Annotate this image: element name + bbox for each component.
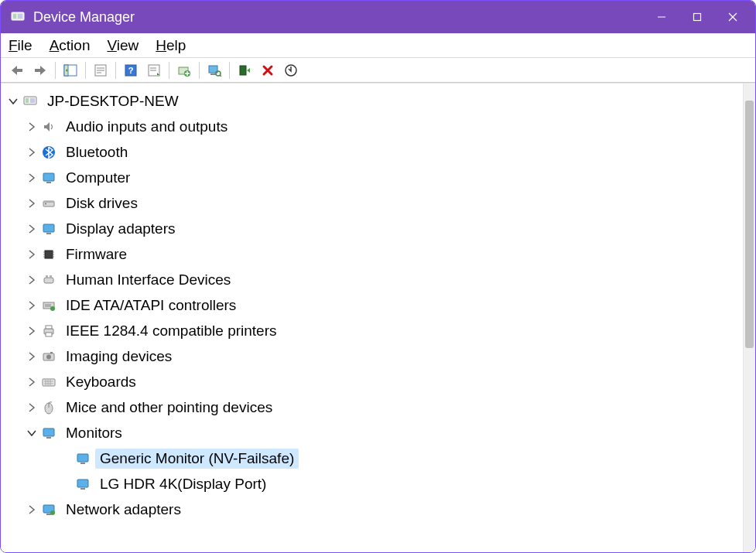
vertical-scrollbar[interactable] bbox=[743, 84, 755, 552]
toolbar-separator bbox=[85, 62, 86, 79]
tree-category[interactable]: IDE ATA/ATAPI controllers bbox=[1, 292, 743, 318]
nav-forward-button[interactable] bbox=[29, 60, 52, 80]
chip-icon bbox=[41, 247, 56, 262]
keyboard-icon bbox=[41, 374, 56, 390]
tree-category-label: Keyboards bbox=[64, 372, 138, 392]
tree-category[interactable]: Imaging devices bbox=[1, 343, 743, 369]
tree-device-label: LG HDR 4K(Display Port) bbox=[98, 474, 268, 494]
tree-category-label: Computer bbox=[64, 168, 132, 188]
help-button[interactable]: ? bbox=[119, 60, 142, 80]
chevron-right-icon[interactable] bbox=[26, 172, 38, 184]
disable-device-button[interactable] bbox=[279, 60, 303, 80]
minimize-button[interactable] bbox=[644, 2, 679, 32]
app-icon bbox=[10, 9, 26, 25]
menu-action[interactable]: Action bbox=[50, 37, 91, 54]
tree-category-label: Imaging devices bbox=[64, 346, 173, 367]
properties-button[interactable] bbox=[89, 60, 112, 80]
tree-category[interactable]: Display adapters bbox=[1, 216, 743, 241]
menu-view[interactable]: View bbox=[107, 37, 139, 54]
chevron-right-icon[interactable] bbox=[26, 299, 38, 312]
window-title: Device Manager bbox=[33, 9, 135, 26]
tree-category[interactable]: Human Interface Devices bbox=[1, 267, 743, 292]
action-button[interactable] bbox=[142, 60, 166, 80]
printer-icon bbox=[41, 323, 56, 339]
chevron-right-icon[interactable] bbox=[26, 223, 38, 235]
disk-icon bbox=[41, 196, 56, 211]
tree-container: JP-DESKTOP-NEW Audio inputs and outputs … bbox=[1, 83, 755, 552]
tree-device-label: Generic Monitor (NV-Failsafe) bbox=[95, 449, 299, 469]
titlebar: Device Manager bbox=[1, 1, 755, 33]
chevron-right-icon[interactable] bbox=[26, 325, 38, 337]
uninstall-device-button[interactable] bbox=[256, 60, 279, 80]
tree-category-label: Audio inputs and outputs bbox=[64, 117, 229, 137]
tree-category-label: Firmware bbox=[64, 244, 128, 265]
chevron-right-icon[interactable] bbox=[26, 248, 38, 261]
chevron-right-icon[interactable] bbox=[26, 274, 38, 286]
scroll-thumb[interactable] bbox=[745, 101, 754, 348]
computer-icon bbox=[22, 94, 38, 109]
svg-rect-7 bbox=[16, 69, 22, 72]
toolbar-separator bbox=[55, 62, 56, 79]
svg-line-25 bbox=[220, 75, 221, 77]
toolbar-separator bbox=[229, 62, 230, 79]
show-hide-tree-button[interactable] bbox=[59, 60, 82, 80]
tree-device[interactable]: LG HDR 4K(Display Port) bbox=[1, 471, 743, 497]
monitor-icon bbox=[41, 170, 56, 186]
svg-rect-2 bbox=[18, 14, 22, 19]
tree-root[interactable]: JP-DESKTOP-NEW bbox=[1, 88, 743, 114]
tree-root-label: JP-DESKTOP-NEW bbox=[46, 91, 180, 111]
monitor-icon bbox=[41, 425, 56, 441]
update-driver-button[interactable] bbox=[173, 60, 196, 80]
svg-text:?: ? bbox=[128, 66, 134, 75]
nav-back-button[interactable] bbox=[5, 60, 29, 80]
chevron-right-icon[interactable] bbox=[26, 350, 38, 363]
camera-icon bbox=[41, 349, 56, 364]
chevron-right-icon[interactable] bbox=[26, 146, 38, 159]
tree-category[interactable]: Network adapters bbox=[1, 497, 743, 522]
menu-file[interactable]: File bbox=[9, 37, 32, 54]
device-manager-window: Device Manager File Action View Help bbox=[0, 0, 756, 553]
monitor-icon bbox=[41, 221, 56, 237]
tree-category[interactable]: Firmware bbox=[1, 241, 743, 267]
toolbar-separator bbox=[169, 62, 169, 79]
chevron-right-icon[interactable] bbox=[26, 504, 38, 516]
tree-device[interactable]: Generic Monitor (NV-Failsafe) bbox=[1, 445, 743, 471]
menu-help[interactable]: Help bbox=[156, 37, 186, 54]
tree-category[interactable]: Audio inputs and outputs bbox=[1, 114, 743, 139]
monitor-icon bbox=[75, 451, 91, 466]
tree-category[interactable]: Computer bbox=[1, 165, 743, 190]
chevron-right-icon[interactable] bbox=[26, 376, 38, 388]
tree-category-label: Disk drives bbox=[64, 193, 139, 213]
enable-device-button[interactable] bbox=[233, 60, 256, 80]
chevron-right-icon[interactable] bbox=[26, 401, 38, 414]
toolbar-separator bbox=[199, 62, 200, 79]
chevron-right-icon[interactable] bbox=[26, 197, 38, 210]
svg-rect-4 bbox=[694, 14, 701, 21]
svg-rect-23 bbox=[210, 73, 216, 75]
device-tree[interactable]: JP-DESKTOP-NEW Audio inputs and outputs … bbox=[1, 84, 743, 552]
svg-rect-26 bbox=[240, 66, 246, 75]
chevron-right-icon[interactable] bbox=[26, 121, 38, 133]
tree-category[interactable]: Keyboards bbox=[1, 369, 743, 394]
svg-rect-8 bbox=[35, 69, 41, 72]
tree-category-label: IEEE 1284.4 compatible printers bbox=[64, 321, 279, 341]
tree-category[interactable]: Bluetooth bbox=[1, 139, 743, 165]
speaker-icon bbox=[41, 119, 56, 135]
chevron-down-icon[interactable] bbox=[26, 427, 38, 439]
close-button[interactable] bbox=[715, 2, 751, 32]
maximize-button[interactable] bbox=[679, 2, 715, 32]
tree-category[interactable]: Disk drives bbox=[1, 190, 743, 216]
tree-category[interactable]: Monitors bbox=[1, 420, 743, 445]
tree-category-label: Human Interface Devices bbox=[64, 270, 232, 290]
scan-hardware-button[interactable] bbox=[203, 60, 226, 80]
tree-category-label: Monitors bbox=[64, 423, 124, 443]
tree-category[interactable]: IEEE 1284.4 compatible printers bbox=[1, 318, 743, 343]
toolbar-separator bbox=[115, 62, 116, 79]
toolbar: ? bbox=[1, 58, 755, 83]
mouse-icon bbox=[41, 400, 56, 415]
tree-category[interactable]: Mice and other pointing devices bbox=[1, 394, 743, 420]
tree-category-label: Bluetooth bbox=[64, 142, 129, 162]
menu-bar: File Action View Help bbox=[1, 33, 755, 58]
chevron-down-icon[interactable] bbox=[7, 95, 19, 108]
monitor-icon bbox=[75, 476, 91, 492]
